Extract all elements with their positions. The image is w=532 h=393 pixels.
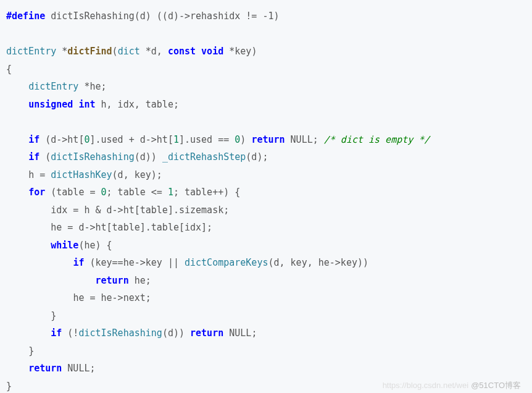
watermark: https://blog.csdn.net/wei@51CTO博客 (383, 378, 521, 393)
for-expr: ; table <= (107, 187, 168, 198)
star: * (62, 46, 67, 57)
assign: h = (28, 169, 51, 180)
stmt: he = d->ht[table].table[idx]; (51, 222, 212, 233)
return-kw: return (28, 363, 62, 374)
code-block: #define dictIsRehashing(d) ((d)->rehashi… (6, 7, 526, 393)
num: 1 (173, 134, 179, 145)
func-call: _dictRehashStep (162, 151, 246, 163)
comment: /* dict is empty */ (324, 134, 430, 145)
expr: ].used == (179, 134, 235, 145)
null: NULL (67, 363, 89, 374)
func-call: dictCompareKeys (185, 257, 268, 268)
func-call: dictIsRehashing (51, 151, 134, 163)
for-kw: for (28, 187, 45, 198)
while-kw: while (51, 240, 78, 251)
watermark-text: @51CTO博客 (471, 381, 521, 390)
brace-close: } (51, 310, 56, 321)
paren: ( (45, 151, 51, 163)
semi: ; (251, 328, 257, 339)
var-decl: he; (89, 81, 106, 92)
num: 0 (235, 134, 240, 145)
paren: ( (112, 46, 118, 57)
stmt: he = he->next; (73, 292, 151, 303)
void-kw: void (201, 46, 223, 57)
args: (d, key); (112, 169, 162, 180)
comma: , (157, 46, 168, 57)
star: * (146, 46, 151, 57)
const-kw: const (168, 46, 196, 57)
type: dictEntry (28, 81, 78, 92)
cond: (he) { (78, 240, 112, 251)
watermark-url: https://blog.csdn.net/wei (383, 381, 468, 390)
param-name: key (235, 46, 251, 57)
param-type: dict (118, 46, 140, 57)
expr: ) (240, 134, 246, 145)
function-name: dictFind (67, 46, 112, 57)
args: (d); (246, 151, 268, 163)
expr: (key==he->key || (89, 257, 185, 268)
brace-open: { (6, 64, 12, 75)
for-expr: ; table++) { (173, 187, 240, 198)
type-kw: unsigned int (28, 99, 95, 110)
pp-directive: #define (6, 11, 45, 22)
brace-close: } (28, 345, 34, 357)
expr: ].used + d->ht[ (89, 134, 173, 145)
macro-body: ((d)->rehashidx != -1) (157, 11, 280, 22)
if-kw: if (73, 257, 84, 268)
if-kw: if (28, 151, 39, 163)
var: he; (135, 275, 151, 286)
star: * (229, 46, 235, 57)
param-name: d (151, 46, 157, 57)
macro-name: dictIsRehashing(d) (51, 11, 151, 22)
stmt: idx = h & d->ht[table].sizemask; (51, 205, 229, 216)
return-kw: return (251, 134, 285, 145)
semi: ; (89, 363, 95, 374)
return-kw: return (190, 328, 223, 339)
args: (d)) (162, 328, 185, 339)
paren: ) (251, 46, 257, 57)
return-kw: return (96, 275, 129, 286)
brace-close: } (6, 381, 12, 392)
expr: (! (67, 328, 78, 339)
func-call: dictHashKey (51, 169, 112, 180)
semi: ; (313, 134, 318, 145)
args: (d)) (135, 151, 157, 163)
null: NULL (291, 134, 313, 145)
for-expr: (table = (51, 187, 101, 198)
func-call: dictIsRehashing (78, 328, 162, 339)
num: 1 (168, 187, 173, 198)
var-list: h, idx, table; (101, 99, 179, 110)
null: NULL (229, 328, 251, 339)
if-kw: if (28, 134, 39, 145)
expr: (d->ht[ (45, 134, 84, 145)
return-type: dictEntry (6, 46, 56, 57)
if-kw: if (51, 328, 62, 339)
num: 0 (101, 187, 107, 198)
args: (d, key, he->key)) (268, 257, 368, 268)
